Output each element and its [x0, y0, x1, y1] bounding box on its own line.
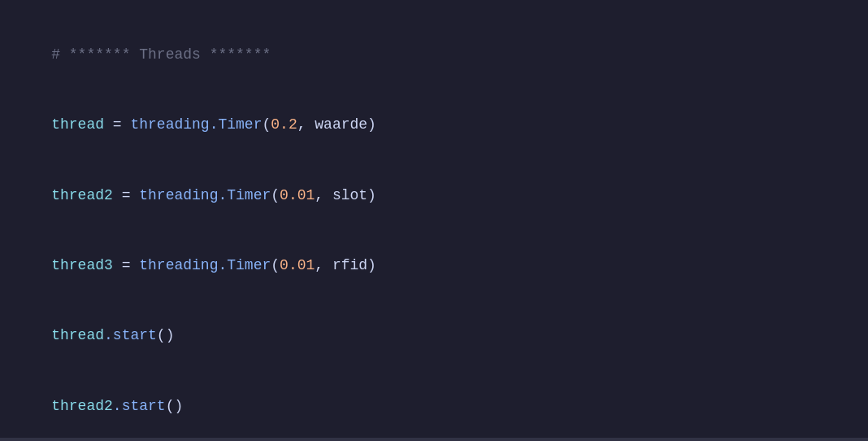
- var-thread: thread: [51, 116, 104, 133]
- num-0-01-1: 0.01: [280, 187, 315, 203]
- paren-open-3: (: [271, 257, 280, 273]
- method-thread-start: thread: [51, 327, 104, 343]
- comma-1: , waarde): [297, 116, 376, 133]
- fn-start-1: .start: [104, 327, 157, 343]
- var-thread2: thread2: [51, 187, 113, 203]
- var-thread3: thread3: [51, 257, 113, 273]
- fn-start-2: .start: [113, 398, 166, 414]
- code-editor: # ******* Threads ******* thread = threa…: [0, 0, 868, 441]
- code-line-1: # ******* Threads *******: [16, 20, 852, 90]
- op-equals-1: =: [104, 116, 130, 133]
- op-equals-3: =: [113, 257, 139, 273]
- code-line-3: thread2 = threading.Timer(0.01, slot): [16, 160, 852, 230]
- comment-threads: # ******* Threads *******: [51, 46, 271, 63]
- num-0-2: 0.2: [271, 116, 297, 133]
- code-line-6: thread2.start(): [16, 371, 852, 441]
- paren-open-2: (: [271, 187, 280, 203]
- status-bar: [0, 438, 868, 441]
- code-line-4: thread3 = threading.Timer(0.01, rfid): [16, 230, 852, 300]
- num-0-01-2: 0.01: [280, 257, 315, 273]
- fn-threading-timer-1: threading.Timer: [130, 116, 262, 133]
- paren-open-1: (: [262, 116, 271, 133]
- fn-threading-timer-3: threading.Timer: [139, 257, 271, 273]
- code-line-5: thread.start(): [16, 301, 852, 371]
- op-equals-2: =: [113, 187, 139, 203]
- comma-3: , rfid): [315, 257, 376, 273]
- method-thread2-start: thread2: [51, 398, 113, 414]
- comma-2: , slot): [315, 187, 376, 203]
- code-line-2: thread = threading.Timer(0.2, waarde): [16, 90, 852, 159]
- parens-start-2: (): [166, 398, 184, 414]
- parens-start-1: (): [157, 327, 175, 343]
- fn-threading-timer-2: threading.Timer: [139, 187, 271, 203]
